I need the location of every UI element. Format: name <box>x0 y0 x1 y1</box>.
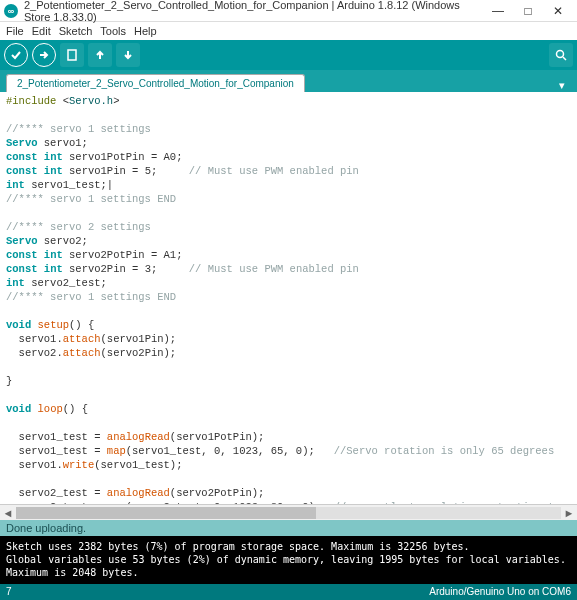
code-token: > <box>113 95 119 107</box>
code-token: const <box>6 151 38 163</box>
code-token: void <box>6 403 31 415</box>
code-token: (servo2PotPin); <box>170 487 265 499</box>
svg-point-1 <box>557 51 564 58</box>
code-token: (servo1Pin); <box>101 333 177 345</box>
code-token: servo1_test;| <box>25 179 113 191</box>
code-token: servo2_test = <box>6 487 107 499</box>
code-token: () { <box>63 403 88 415</box>
scroll-track[interactable] <box>16 507 561 519</box>
menu-help[interactable]: Help <box>134 25 157 37</box>
close-button[interactable]: ✕ <box>543 1 573 21</box>
open-button[interactable] <box>88 43 112 67</box>
arrow-right-icon <box>38 49 50 61</box>
menu-edit[interactable]: Edit <box>32 25 51 37</box>
code-token: loop <box>38 403 63 415</box>
arrow-down-icon <box>122 49 134 61</box>
tabstrip: 2_Potentiometer_2_Servo_Controlled_Motio… <box>0 70 577 92</box>
check-icon <box>10 49 22 61</box>
new-button[interactable] <box>60 43 84 67</box>
code-token: int <box>44 249 63 261</box>
code-token: (servo1PotPin); <box>170 431 265 443</box>
code-token: int <box>44 165 63 177</box>
menubar: File Edit Sketch Tools Help <box>0 22 577 40</box>
code-token: servo1_test = <box>6 431 107 443</box>
code-token: const <box>6 165 38 177</box>
code-token: int <box>6 277 25 289</box>
code-token: Servo <box>6 235 38 247</box>
code-token: (servo2Pin); <box>101 347 177 359</box>
code-token: < <box>56 95 69 107</box>
code-token: int <box>44 151 63 163</box>
console-line: Sketch uses 2382 bytes (7%) of program s… <box>6 541 470 552</box>
code-token: } <box>6 375 12 387</box>
code-token: void <box>6 319 31 331</box>
code-token: servo1PotPin = A0; <box>63 151 183 163</box>
code-token: #include <box>6 95 56 107</box>
code-editor[interactable]: #include <Servo.h> //**** servo 1 settin… <box>0 92 577 504</box>
code-token: Servo.h <box>69 95 113 107</box>
code-token: attach <box>63 333 101 345</box>
code-token: write <box>63 459 95 471</box>
code-token: servo1_test = <box>6 445 107 457</box>
scroll-right-icon[interactable]: ► <box>561 507 577 519</box>
save-button[interactable] <box>116 43 140 67</box>
arrow-up-icon <box>94 49 106 61</box>
code-token: const <box>6 263 38 275</box>
menu-file[interactable]: File <box>6 25 24 37</box>
svg-rect-0 <box>68 50 76 60</box>
titlebar: ∞ 2_Potentiometer_2_Servo_Controlled_Mot… <box>0 0 577 22</box>
toolbar <box>0 40 577 70</box>
code-token: //**** servo 1 settings END <box>6 193 176 205</box>
console-line: Global variables use 53 bytes (2%) of dy… <box>6 554 572 578</box>
code-token: analogRead <box>107 431 170 443</box>
tab-menu-button[interactable]: ▾ <box>553 79 571 92</box>
scroll-left-icon[interactable]: ◄ <box>0 507 16 519</box>
code-token: map <box>107 445 126 457</box>
scroll-thumb[interactable] <box>16 507 316 519</box>
code-token: //**** servo 1 settings <box>6 123 151 135</box>
code-token: Servo <box>6 137 38 149</box>
board-port-label: Arduino/Genuino Uno on COM6 <box>429 586 571 598</box>
code-token: // Must use PWM enabled pin <box>189 165 359 177</box>
code-token: servo2; <box>38 235 88 247</box>
arduino-logo-icon: ∞ <box>4 4 18 18</box>
code-token: int <box>6 179 25 191</box>
code-token: servo1; <box>38 137 88 149</box>
window-title: 2_Potentiometer_2_Servo_Controlled_Motio… <box>24 0 483 23</box>
code-token: const <box>6 249 38 261</box>
code-token: //Servo rotation is only 65 degrees <box>334 445 555 457</box>
code-token: attach <box>63 347 101 359</box>
code-token: setup <box>38 319 70 331</box>
horizontal-scrollbar[interactable]: ◄ ► <box>0 504 577 520</box>
serial-monitor-button[interactable] <box>549 43 573 67</box>
code-token: servo1. <box>6 333 63 345</box>
code-token: servo1Pin = 5; <box>63 165 189 177</box>
code-token: () { <box>69 319 94 331</box>
code-token: //**** servo 2 settings <box>6 221 151 233</box>
console-output[interactable]: Sketch uses 2382 bytes (7%) of program s… <box>0 536 577 584</box>
code-token: (servo1_test); <box>94 459 182 471</box>
footer-bar: 7 Arduino/Genuino Uno on COM6 <box>0 584 577 600</box>
code-token: (servo1_test, 0, 1023, 65, 0); <box>126 445 334 457</box>
code-token: servo2. <box>6 347 63 359</box>
upload-button[interactable] <box>32 43 56 67</box>
minimize-button[interactable]: — <box>483 1 513 21</box>
menu-sketch[interactable]: Sketch <box>59 25 93 37</box>
code-token: servo2PotPin = A1; <box>63 249 183 261</box>
verify-button[interactable] <box>4 43 28 67</box>
status-bar: Done uploading. <box>0 520 577 536</box>
line-number: 7 <box>6 586 12 598</box>
code-token: servo2Pin = 3; <box>63 263 189 275</box>
sketch-tab[interactable]: 2_Potentiometer_2_Servo_Controlled_Motio… <box>6 74 305 92</box>
maximize-button[interactable]: □ <box>513 1 543 21</box>
magnifier-icon <box>555 49 567 61</box>
code-token: //**** servo 1 settings END <box>6 291 176 303</box>
code-token: servo2_test; <box>25 277 107 289</box>
code-token: // Must use PWM enabled pin <box>189 263 359 275</box>
menu-tools[interactable]: Tools <box>100 25 126 37</box>
code-token: analogRead <box>107 487 170 499</box>
file-icon <box>66 49 78 61</box>
code-token: servo1. <box>6 459 63 471</box>
code-token: int <box>44 263 63 275</box>
